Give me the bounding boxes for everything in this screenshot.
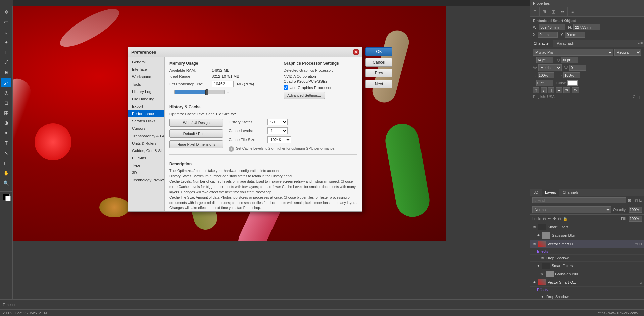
use-gpu-checkbox[interactable] bbox=[284, 85, 288, 90]
vertical-scale-input[interactable] bbox=[538, 72, 554, 78]
dodge-tool[interactable]: ◑ bbox=[1, 118, 11, 127]
eye-icon[interactable]: 👁 bbox=[536, 233, 541, 238]
nav-general[interactable]: General bbox=[128, 58, 164, 66]
gradient-tool[interactable]: ▦ bbox=[1, 108, 11, 117]
text-tool[interactable]: T bbox=[1, 138, 11, 148]
nav-cursors[interactable]: Cursors bbox=[128, 125, 164, 132]
eye-icon[interactable]: 👁 bbox=[540, 294, 545, 299]
eye-icon[interactable]: 👁 bbox=[540, 272, 544, 276]
pen-tool[interactable]: ✒ bbox=[1, 128, 11, 138]
foreground-color[interactable] bbox=[3, 194, 10, 200]
layers-search-input[interactable] bbox=[532, 197, 626, 203]
nav-interface[interactable]: Interface bbox=[128, 66, 164, 73]
tab-3d[interactable]: 3D bbox=[530, 189, 542, 196]
font-family-select[interactable]: Myriad Pro bbox=[533, 49, 613, 56]
panel-icon-1[interactable]: ⊡ bbox=[530, 7, 540, 16]
nav-export[interactable]: Export bbox=[128, 103, 164, 110]
healing-tool[interactable]: ⊕ bbox=[1, 68, 11, 77]
blend-mode-select[interactable]: Normal bbox=[532, 206, 611, 213]
filter-icon[interactable]: ⊞ bbox=[628, 198, 631, 203]
underline-btn[interactable]: T bbox=[548, 87, 554, 93]
cancel-button[interactable]: Cancel bbox=[365, 58, 392, 67]
next-button[interactable]: Next bbox=[365, 80, 392, 88]
lasso-tool[interactable]: ○ bbox=[1, 28, 11, 37]
nav-scratch-disks[interactable]: Scratch Disks bbox=[128, 117, 164, 125]
eraser-tool[interactable]: ◻ bbox=[1, 98, 11, 107]
lock-draw[interactable]: ✒ bbox=[548, 217, 551, 221]
expand-icon[interactable]: » bbox=[638, 41, 640, 45]
layer-row[interactable]: 👁 Drop Shadow bbox=[530, 255, 644, 262]
tab-character[interactable]: Character bbox=[530, 40, 553, 47]
strikethrough-btn[interactable]: T bbox=[556, 87, 562, 93]
hand-tool[interactable]: ✋ bbox=[1, 168, 11, 178]
x-input[interactable] bbox=[538, 32, 558, 38]
history-states-select[interactable]: 50 20 100 bbox=[267, 119, 288, 125]
slider-thumb[interactable] bbox=[205, 89, 208, 95]
color-swatch[interactable] bbox=[567, 80, 578, 86]
brush-tool[interactable]: 🖌 bbox=[1, 78, 11, 87]
kerning-select[interactable]: Metrics bbox=[538, 64, 562, 71]
italic-btn[interactable]: T bbox=[541, 87, 547, 93]
crop-tool[interactable]: ⌗ bbox=[1, 48, 11, 57]
lock-move[interactable]: ✥ bbox=[553, 217, 556, 221]
tab-channels[interactable]: Channels bbox=[559, 189, 582, 196]
subscript-btn[interactable]: T₂ bbox=[572, 87, 579, 93]
panel-icon-5[interactable]: ≡ bbox=[568, 7, 577, 16]
superscript-btn[interactable]: T² bbox=[563, 87, 571, 93]
bold-btn[interactable]: T bbox=[533, 87, 539, 93]
layer-row[interactable]: 👁 Vector Smart O... fx ⊡ bbox=[530, 240, 644, 248]
huge-pixel-button[interactable]: Huge Pixel Dimensions bbox=[169, 140, 223, 148]
height-input[interactable] bbox=[573, 24, 600, 30]
web-ui-button[interactable]: Web / UI Design bbox=[169, 119, 223, 127]
lock-checkered[interactable]: ⊠ bbox=[543, 217, 546, 221]
nav-technology[interactable]: Technology Previews bbox=[128, 176, 164, 184]
layer-row[interactable]: 👁 Vector Smart O... fx bbox=[530, 278, 644, 287]
tracking-input[interactable] bbox=[569, 65, 586, 71]
nav-plug-ins[interactable]: Plug-Ins bbox=[128, 154, 164, 162]
panel-icon-2[interactable]: ⊞ bbox=[540, 7, 549, 16]
layer-row[interactable]: 👁 Gaussian Blur bbox=[530, 231, 644, 240]
nav-history-log[interactable]: History Log bbox=[128, 88, 164, 95]
eyedropper-tool[interactable]: 🖊 bbox=[1, 58, 11, 67]
leading-input[interactable] bbox=[561, 57, 578, 63]
panel-icon-3[interactable]: ◫ bbox=[549, 7, 558, 16]
magic-wand-tool[interactable]: ✦ bbox=[1, 38, 11, 47]
nav-tools[interactable]: Tools bbox=[128, 81, 164, 88]
eye-icon[interactable]: 👁 bbox=[536, 263, 541, 268]
baseline-shift-input[interactable] bbox=[536, 80, 553, 86]
font-style-select[interactable]: Regular bbox=[614, 49, 641, 56]
fx-badge[interactable]: fx bbox=[639, 281, 642, 284]
type-filter-icon[interactable]: T bbox=[632, 198, 634, 203]
eye-icon[interactable]: 👁 bbox=[532, 242, 537, 246]
layer-row[interactable]: 👁 Smart Filters bbox=[530, 223, 644, 231]
eye-icon[interactable]: 👁 bbox=[532, 225, 537, 229]
tab-paragraph[interactable]: Paragraph bbox=[553, 40, 578, 47]
nav-performance[interactable]: Performance bbox=[128, 110, 164, 117]
panel-icon-4[interactable]: ⚏ bbox=[558, 7, 568, 16]
move-tool[interactable]: ✥ bbox=[1, 7, 11, 17]
eye-icon[interactable]: 👁 bbox=[532, 280, 537, 285]
fill-input[interactable] bbox=[629, 216, 642, 222]
fx-badge[interactable]: fx bbox=[635, 242, 638, 246]
slider-minus-icon[interactable]: − bbox=[169, 89, 172, 95]
nav-3d[interactable]: 3D bbox=[128, 169, 164, 176]
opacity-input[interactable] bbox=[629, 207, 642, 213]
zoom-tool[interactable]: 🔍 bbox=[1, 178, 11, 188]
layer-row[interactable]: Effects bbox=[530, 287, 644, 293]
slider-plus-icon[interactable]: + bbox=[227, 89, 229, 95]
memory-slider-track[interactable] bbox=[174, 90, 225, 94]
path-select-tool[interactable]: ↖ bbox=[1, 148, 11, 158]
lock-artboard[interactable]: ⊡ bbox=[558, 217, 561, 221]
menu-icon[interactable]: ≡ bbox=[640, 41, 643, 46]
nav-transparency-gamut[interactable]: Transparency & Gamut bbox=[128, 132, 164, 140]
nav-units-rulers[interactable]: Units & Rulers bbox=[128, 140, 164, 147]
nav-workspace[interactable]: Workspace bbox=[128, 73, 164, 81]
memory-value-input[interactable] bbox=[212, 81, 234, 87]
layer-row[interactable]: Effects bbox=[530, 248, 644, 255]
layer-row[interactable]: 👁 Smart Filters bbox=[530, 262, 644, 270]
cache-tile-select[interactable]: 1024K 512K 256K bbox=[267, 136, 291, 143]
layer-row[interactable]: 👁 Gaussian Blur bbox=[530, 270, 644, 278]
prev-button[interactable]: Prev bbox=[365, 69, 392, 77]
tab-layers[interactable]: Layers bbox=[542, 189, 559, 196]
font-size-input[interactable] bbox=[536, 57, 553, 63]
